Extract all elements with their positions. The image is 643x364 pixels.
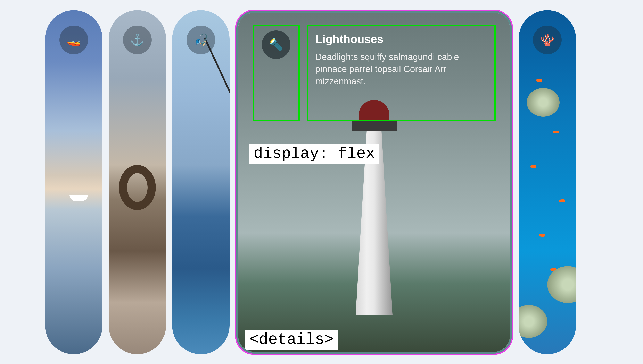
card-coral[interactable]: 🪸 — [519, 10, 576, 354]
card-lighthouse[interactable]: 🔦 Lighthouses Deadlights squiffy salmagu… — [236, 10, 512, 354]
coral-icon: 🪸 — [533, 26, 562, 54]
boat-icon: 🚤 — [59, 26, 88, 54]
icon-glyph: 🪸 — [540, 33, 554, 47]
card-summary: 🔦 Lighthouses Deadlights squiffy salmagu… — [238, 13, 510, 134]
card-background — [45, 10, 102, 354]
card-anchor[interactable]: ⚓ — [109, 10, 166, 354]
summary-text-highlight: Lighthouses Deadlights squiffy salmagund… — [307, 25, 496, 121]
fishing-icon: 🎣 — [186, 26, 215, 54]
annotation-details-tag: <details> — [245, 330, 338, 350]
flashlight-icon: 🔦 — [262, 30, 290, 59]
card-title: Lighthouses — [315, 32, 487, 46]
card-background — [172, 10, 230, 354]
card-boat[interactable]: 🚤 — [45, 10, 102, 354]
icon-glyph: 🚤 — [67, 33, 81, 47]
card-description: Deadlights squiffy salmagundi cable pinn… — [315, 51, 487, 87]
card-background — [109, 10, 166, 354]
summary-icon-highlight: 🔦 — [253, 25, 300, 121]
card-gallery: 🚤 ⚓ 🎣 🔦 — [45, 10, 598, 354]
anchor-icon: ⚓ — [123, 26, 152, 54]
card-fishing[interactable]: 🎣 — [172, 10, 230, 354]
card-background — [519, 10, 576, 354]
annotation-display-flex: display: flex — [250, 144, 379, 164]
icon-glyph: 🎣 — [194, 33, 208, 47]
icon-glyph: ⚓ — [130, 33, 144, 47]
icon-glyph: 🔦 — [269, 38, 283, 52]
